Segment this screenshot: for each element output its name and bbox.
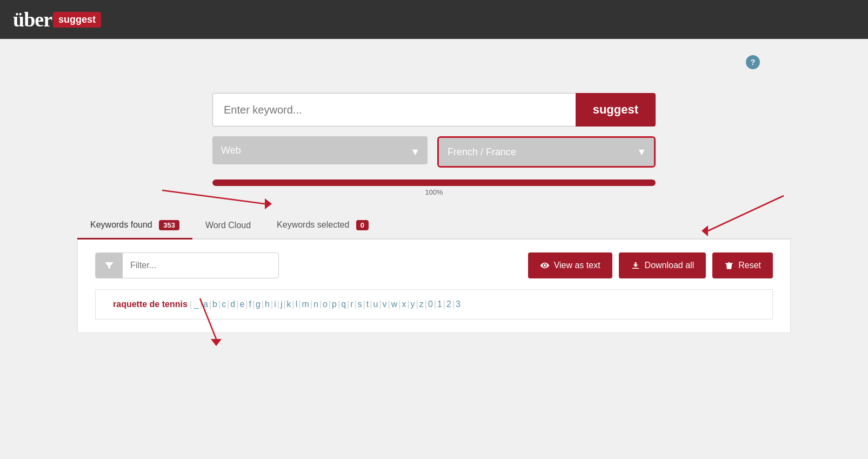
alpha-sep-11: |: [283, 300, 285, 309]
alpha-sep-4: |: [227, 300, 229, 309]
alpha-letter-o[interactable]: o: [323, 300, 328, 309]
trash-icon: [724, 261, 734, 270]
language-dropdown-wrap: French / France English / US German / Ge…: [437, 136, 656, 168]
alpha-letter-m[interactable]: m: [302, 300, 309, 309]
alpha-sep-1: |: [200, 300, 202, 309]
alpha-letters: _|a|b|c|d|e|f|g|h|i|j|k|l|m|n|o|p|q|r|s|…: [194, 300, 460, 309]
alpha-letter-g[interactable]: g: [256, 300, 261, 309]
alpha-sep-2: |: [209, 300, 211, 309]
tabs-area: Keywords found 353 Word Cloud Keywords s…: [56, 212, 812, 333]
alpha-letter-l[interactable]: l: [296, 300, 298, 309]
filter-actions-row: View as text Download all Reset: [95, 252, 773, 278]
alpha-sep-20: |: [363, 300, 365, 309]
alpha-sep-30: |: [452, 300, 455, 309]
alpha-letter-v[interactable]: v: [383, 300, 387, 309]
alpha-row: raquette de tennis | _|a|b|c|d|e|f|g|h|i…: [95, 289, 773, 320]
alpha-sep-8: |: [262, 300, 264, 309]
source-dropdown[interactable]: Web Images News Shopping: [212, 136, 428, 164]
source-dropdown-wrap: Web Images News Shopping ▼: [212, 136, 428, 168]
alpha-keyword[interactable]: raquette de tennis: [113, 300, 188, 309]
alpha-letter-t[interactable]: t: [366, 300, 369, 309]
alpha-letter-a[interactable]: a: [203, 300, 208, 309]
tab-word-cloud-label: Word Cloud: [205, 221, 251, 230]
main-content: ? raquette de tennis suggest Web Images …: [0, 39, 868, 355]
alpha-letter-1[interactable]: 1: [437, 300, 442, 309]
reset-button[interactable]: Reset: [712, 252, 773, 278]
alpha-sep-29: |: [443, 300, 445, 309]
alpha-letter-s[interactable]: s: [358, 300, 362, 309]
alpha-sep-13: |: [298, 300, 301, 309]
alpha-letter-n[interactable]: n: [313, 300, 318, 309]
tab-keywords-selected-label: Keywords selected: [277, 220, 349, 229]
filter-icon: [96, 253, 123, 278]
tabs-row: Keywords found 353 Word Cloud Keywords s…: [77, 212, 791, 240]
svg-marker-1: [265, 198, 272, 209]
funnel-icon: [104, 260, 115, 271]
alpha-letter-p[interactable]: p: [332, 300, 337, 309]
alpha-letter-2[interactable]: 2: [446, 300, 451, 309]
tab-keywords-selected[interactable]: Keywords selected 0: [264, 214, 382, 240]
alpha-sep-28: |: [434, 300, 436, 309]
alpha-letter-i[interactable]: i: [274, 300, 276, 309]
logo-suggest: suggest: [53, 12, 101, 28]
alpha-letter-d[interactable]: d: [230, 300, 235, 309]
download-all-button[interactable]: Download all: [619, 252, 706, 278]
alpha-sep-23: |: [388, 300, 390, 309]
alpha-letter-z[interactable]: z: [419, 300, 424, 309]
alpha-letter-f[interactable]: f: [249, 300, 251, 309]
help-icon[interactable]: ?: [746, 55, 760, 69]
alpha-sep-16: |: [329, 300, 331, 309]
alpha-letter-_[interactable]: _: [194, 300, 199, 309]
alpha-sep-22: |: [379, 300, 381, 309]
svg-marker-5: [211, 339, 222, 346]
alpha-letter-q[interactable]: q: [341, 300, 346, 309]
alpha-sep-3: |: [218, 300, 221, 309]
alpha-letter-u[interactable]: u: [373, 300, 378, 309]
alpha-sep-5: |: [236, 300, 238, 309]
filter-box: [95, 252, 279, 278]
tab-keywords-found[interactable]: Keywords found 353: [77, 214, 192, 240]
download-icon: [631, 261, 640, 270]
alpha-sep-25: |: [407, 300, 409, 309]
alpha-sep-27: |: [425, 300, 427, 309]
progress-wrap: 100%: [212, 179, 656, 196]
alpha-letter-k[interactable]: k: [287, 300, 291, 309]
language-dropdown[interactable]: French / France English / US German / Ge…: [439, 138, 654, 166]
alpha-letter-3[interactable]: 3: [456, 300, 460, 309]
alpha-letter-0[interactable]: 0: [428, 300, 433, 309]
alpha-letter-r[interactable]: r: [350, 300, 353, 309]
header: über suggest: [0, 0, 868, 39]
actions-row: View as text Download all Reset: [528, 252, 773, 278]
alpha-sep-9: |: [271, 300, 273, 309]
progress-bar-fill: [212, 179, 656, 186]
reset-label: Reset: [738, 261, 761, 270]
alpha-letter-c[interactable]: c: [222, 300, 226, 309]
alpha-sep-15: |: [319, 300, 322, 309]
tab-keywords-found-label: Keywords found: [90, 220, 152, 229]
eye-icon: [540, 261, 550, 270]
alpha-sep-14: |: [310, 300, 312, 309]
search-input[interactable]: raquette de tennis: [212, 93, 576, 127]
filter-input[interactable]: [123, 261, 278, 270]
alpha-letter-y[interactable]: y: [411, 300, 415, 309]
alpha-letter-j[interactable]: j: [281, 300, 283, 309]
tab-keywords-found-count: 353: [159, 220, 179, 230]
alpha-letter-x[interactable]: x: [402, 300, 406, 309]
alpha-sep-18: |: [347, 300, 349, 309]
dropdowns-row: Web Images News Shopping ▼ French / Fran…: [212, 136, 656, 168]
logo: über suggest: [13, 8, 101, 31]
alpha-letter-w[interactable]: w: [391, 300, 398, 309]
view-as-text-button[interactable]: View as text: [528, 252, 612, 278]
suggest-button[interactable]: suggest: [576, 93, 656, 127]
alpha-sep-0: |: [190, 300, 192, 309]
alpha-letter-b[interactable]: b: [212, 300, 217, 309]
view-as-text-label: View as text: [554, 261, 600, 270]
progress-label: 100%: [212, 188, 656, 196]
help-icon-wrap: ?: [746, 55, 760, 69]
alpha-letter-h[interactable]: h: [265, 300, 270, 309]
alpha-letter-e[interactable]: e: [239, 300, 244, 309]
alpha-sep-7: |: [252, 300, 255, 309]
alpha-sep-24: |: [398, 300, 400, 309]
tab-word-cloud[interactable]: Word Cloud: [192, 214, 264, 240]
logo-uber: über: [13, 8, 52, 31]
